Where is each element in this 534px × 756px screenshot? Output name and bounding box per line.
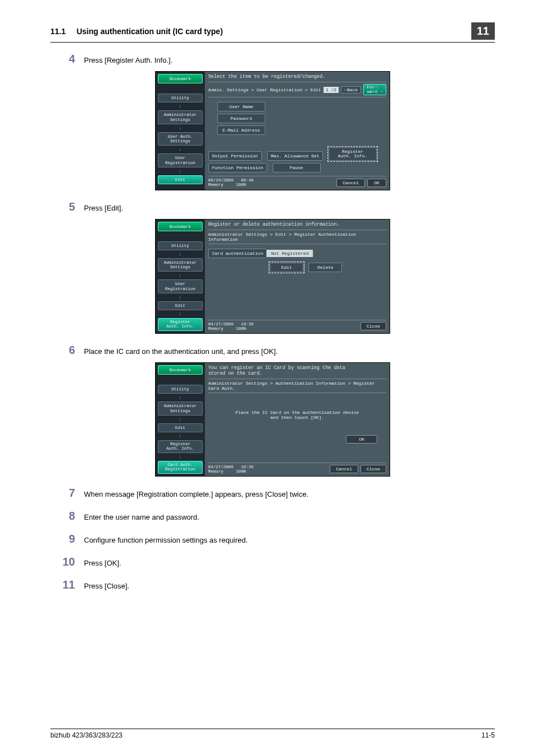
chevron-down-icon: ↓ xyxy=(158,147,203,152)
chevron-down-icon: ↓ xyxy=(158,169,203,174)
function-permission-button[interactable]: Function Permission xyxy=(208,163,267,172)
bookmark-button[interactable]: Bookmark xyxy=(158,365,203,375)
chevron-down-icon: ↓ xyxy=(158,434,203,438)
sidebar-item-register-auth[interactable]: Register Auth. Info. xyxy=(158,318,203,331)
status-bar: 04/27/2009 19:36 Memory 100% xyxy=(208,322,254,332)
step-text: Press [Edit]. xyxy=(84,202,123,212)
user-name-button[interactable]: User Name xyxy=(217,102,265,111)
chevron-down-icon: ↓ xyxy=(158,295,203,300)
step-number: 9 xyxy=(50,533,84,545)
step-text: Enter the user name and password. xyxy=(84,511,199,521)
sidebar-item-edit[interactable]: Edit xyxy=(158,175,203,184)
footer-product: bizhub 423/363/283/223 xyxy=(50,731,123,739)
chapter-badge: 11 xyxy=(471,22,495,40)
chevron-down-icon: ↓ xyxy=(158,104,203,109)
step-number: 8 xyxy=(50,510,84,522)
sidebar-item-utility[interactable]: Utility xyxy=(158,385,203,394)
breadcrumb: Administrator Settings > Edit > Register… xyxy=(208,232,386,242)
screen-title: Select the item to be registered/changed… xyxy=(208,74,386,80)
card-auth-value: Not Registered xyxy=(266,250,313,257)
breadcrumb: Admin. Settings > User Registration > Ed… xyxy=(208,87,321,92)
sidebar-item-admin[interactable]: Administrator Settings xyxy=(158,258,203,272)
sidebar-item-edit[interactable]: Edit xyxy=(158,423,203,432)
email-button[interactable]: E-Mail Address xyxy=(217,125,265,135)
step-text: Place the IC card on the authentication … xyxy=(84,345,278,356)
bookmark-button[interactable]: Bookmark xyxy=(158,222,203,231)
max-allowance-button[interactable]: Max. Allowance Set xyxy=(267,151,323,161)
step-number: 5 xyxy=(50,200,84,213)
delete-button[interactable]: Delete xyxy=(308,263,342,272)
step-number: 10 xyxy=(50,556,84,568)
edit-button[interactable]: Edit xyxy=(270,263,303,272)
ok-button[interactable]: OK xyxy=(367,179,386,187)
close-button[interactable]: Close xyxy=(360,322,386,330)
step-number: 6 xyxy=(50,344,84,357)
status-bar: 09/24/2009 09:48 Memory 100% xyxy=(208,178,254,188)
step-text: When message [Registration complete.] ap… xyxy=(84,488,308,498)
ok-button[interactable]: OK xyxy=(346,435,377,444)
sidebar-item-edit[interactable]: Edit xyxy=(158,301,203,310)
sidebar-item-card-auth[interactable]: Card Auth. Registration xyxy=(158,461,203,474)
sidebar-item-register-auth[interactable]: Register Auth. Info. xyxy=(158,440,203,453)
sidebar-item-user-auth[interactable]: User Auth. Settings xyxy=(158,132,203,146)
device-screenshot-1: Bookmark Utility ↓ Administrator Setting… xyxy=(155,71,390,190)
screen-title: Register or delete authentication inform… xyxy=(208,222,386,227)
sidebar-item-admin[interactable]: Administrator Settings xyxy=(158,402,203,416)
sidebar-item-user-reg[interactable]: User Registration xyxy=(158,153,203,167)
step-number: 4 xyxy=(50,53,84,66)
page-footer: bizhub 423/363/283/223 11-5 xyxy=(50,729,495,739)
section-header: 11.1 Using authentication unit (IC card … xyxy=(50,22,495,43)
instruction-text: Place the IC Card on the authentication … xyxy=(208,396,386,437)
step-text: Press [Register Auth. Info.]. xyxy=(84,54,172,64)
chevron-down-icon: ↓ xyxy=(158,252,203,256)
device-screenshot-3: Bookmark Utility ↓ Administrator Setting… xyxy=(155,362,390,477)
cancel-button[interactable]: Cancel xyxy=(330,465,358,473)
step-number: 11 xyxy=(50,578,84,591)
register-auth-info-button[interactable]: Register Auth. Info. xyxy=(329,147,377,161)
chevron-down-icon: ↓ xyxy=(158,126,203,130)
status-bar: 04/27/2009 19:36 Memory 100% xyxy=(208,465,254,474)
forward-button[interactable]: For- ward → xyxy=(363,84,386,95)
sidebar-item-utility[interactable]: Utility xyxy=(158,241,203,250)
cancel-button[interactable]: Cancel xyxy=(336,179,365,187)
chevron-down-icon: ↓ xyxy=(158,395,203,400)
sidebar-item-user-reg[interactable]: User Registration xyxy=(158,279,203,293)
screen-title: You can register an IC Card by scanning … xyxy=(208,365,386,376)
chevron-down-icon: ↓ xyxy=(158,273,203,278)
section-title: Using authentication unit (IC card type) xyxy=(77,27,223,36)
pause-button[interactable]: Pause xyxy=(273,163,321,172)
output-permission-button[interactable]: Output Permission xyxy=(208,151,262,161)
chevron-down-icon: ↓ xyxy=(158,312,203,316)
sidebar-item-utility[interactable]: Utility xyxy=(158,94,203,102)
close-button[interactable]: Close xyxy=(360,465,386,473)
step-text: Press [Close]. xyxy=(84,580,129,590)
sidebar-item-admin[interactable]: Administrator Settings xyxy=(158,110,203,124)
device-screenshot-2: Bookmark Utility ↓ Administrator Setting… xyxy=(155,219,390,334)
breadcrumb: Administrator Settings > Authentication … xyxy=(208,381,386,391)
page-indicator: 1 /2 xyxy=(324,87,339,93)
chevron-down-icon: ↓ xyxy=(158,455,203,459)
footer-page-number: 11-5 xyxy=(481,731,495,739)
card-auth-label: Card authentication xyxy=(208,249,266,258)
chevron-down-icon: ↓ xyxy=(158,417,203,422)
step-text: Configure function permission settings a… xyxy=(84,534,248,544)
section-number: 11.1 xyxy=(50,27,65,36)
password-button[interactable]: Password xyxy=(217,114,265,123)
step-number: 7 xyxy=(50,487,84,500)
back-button[interactable]: ←Back xyxy=(341,86,361,94)
step-text: Press [OK]. xyxy=(84,557,121,567)
bookmark-button[interactable]: Bookmark xyxy=(158,74,203,83)
